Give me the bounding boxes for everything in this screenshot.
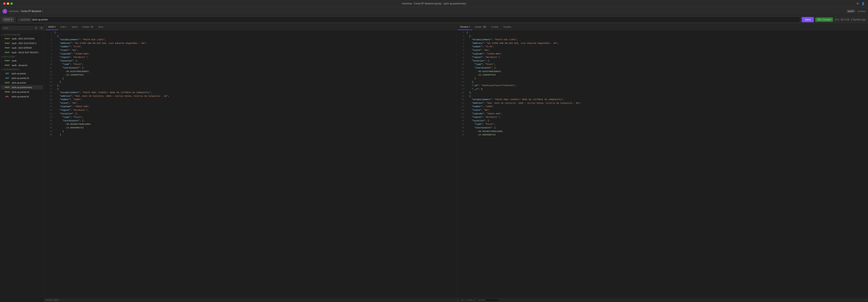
method-tag: POST [4, 59, 10, 62]
code-line: 2 {▾ [44, 35, 456, 38]
code-line: 20 "number": "1000", [44, 98, 456, 101]
request-bottom-bar: Beautify JSON [44, 298, 456, 302]
close-button[interactable] [3, 2, 6, 5]
json-dropdown-icon: ▾ [55, 26, 56, 28]
sidebar-item-auth-dev-prod[interactable]: POST /auth - dev/prod [1, 63, 43, 67]
sidebar-item-get-pick-up-points-id[interactable]: GET /pick-up-points/:id [1, 76, 43, 80]
maximize-button[interactable] [10, 2, 13, 5]
filter-sort-button[interactable]: ⇅ [34, 26, 38, 30]
tab-label: Header [83, 26, 90, 28]
response-time: 14 s [835, 18, 839, 21]
code-line: 12 -45.81637906268037, [44, 70, 456, 73]
window-controls [3, 2, 13, 5]
url-base-tag: _.basePath [18, 18, 31, 22]
minimize-button[interactable] [7, 2, 9, 5]
code-line: 22 "number": "1000", [456, 105, 868, 109]
code-line: 1 [▾ [44, 31, 456, 35]
tab-label: Auth [60, 26, 65, 28]
sidebar-filter: ⇅ ⚙ [0, 24, 44, 32]
code-line: 18 "establishment": "POSTO ANEL VIÁRIO\/… [44, 91, 456, 94]
response-meta: 14 s 60.2 KB [835, 18, 849, 21]
sidebar-group-pickuppoints[interactable]: ▸ PickupPoints [0, 68, 44, 71]
code-line: 10 "type": "Point", [456, 63, 868, 66]
tab-json[interactable]: JSON ▾ [45, 24, 58, 30]
sidebar-item-get-pick-up-points[interactable]: GET /pick-up-points [1, 71, 43, 76]
tab-header[interactable]: Header 2 [80, 24, 96, 30]
group-label: PickupPoints [4, 68, 20, 71]
sidebar-item-delete-pick-up-points-id[interactable]: DEL /pick-up-points/:id [1, 94, 43, 99]
filter-input[interactable] [2, 26, 33, 30]
code-line: 26 "coordinates": [▾ [44, 119, 456, 123]
status-badge: 201 Created [815, 18, 833, 22]
code-line: 12 -45.81637906268037, [456, 70, 868, 73]
code-line: 28 "coordinates": [▾ [456, 126, 868, 130]
method-tag: POST [4, 42, 10, 44]
sidebar-item-label: /auth - EDU SUCCESS [12, 37, 35, 40]
sidebar-item-label: /pick-up-points/:id [11, 77, 29, 79]
sidebar-item-auth-edu-success-2[interactable]: POST /auth - EDU SUCCESS 2 [1, 41, 43, 46]
user-icon[interactable]: 👤 [861, 2, 865, 5]
tab-cookie[interactable]: Cookie [489, 24, 501, 30]
code-line: 4 "address": "km 47850 000 BR-020 020, L… [456, 42, 868, 45]
code-line: 21 "state": "BA", [44, 101, 456, 105]
env-label: prod [848, 10, 852, 12]
send-button[interactable]: Send [802, 17, 814, 22]
sidebar-item-label: /pick-up-points [12, 82, 26, 84]
sidebar-item-label: /pick-up-points/:id [12, 91, 29, 93]
code-line: 25 "type": "Point", [44, 116, 456, 119]
env-dropdown-icon: ▾ [853, 10, 854, 12]
jsonpath-filter[interactable] [458, 299, 498, 301]
code-line: 30 } [44, 133, 456, 137]
request-body-editor[interactable]: 1 [▾ 2 {▾ 3 "establishment": "POSTO 020 … [44, 30, 456, 298]
sidebar-item-auth-edu-error[interactable]: POST /auth - EDU ERROR [1, 46, 43, 50]
code-line: 29 ] [44, 130, 456, 133]
method-tag: GET [4, 77, 10, 79]
beautify-json-label[interactable]: Beautify JSON [45, 299, 59, 301]
code-line: 19 {▾ [456, 94, 868, 98]
url-path[interactable]: /pick-up-points [32, 18, 48, 21]
code-line: 5 "number": "S\/N", [44, 45, 456, 49]
sidebar-item-auth[interactable]: POST /auth [1, 58, 43, 63]
tab-label: Timeline [503, 26, 511, 28]
sidebar-item-post-pick-up-points[interactable]: POST /pick-up-points [1, 81, 43, 85]
request-tabs: JSON ▾ Auth ▾ Query Header 2 Docs [44, 24, 456, 30]
app-name: Insomnia [9, 10, 19, 12]
settings-icon[interactable]: ⚙ [857, 2, 859, 5]
sidebar-item-auth-face-not-register[interactable]: POST /auth - FACE NOT REGISTER... [1, 50, 43, 55]
tab-label: JSON [48, 26, 54, 28]
tab-docs[interactable]: Docs [96, 24, 106, 30]
sidebar-item-label: /auth - dev/prod [12, 64, 27, 66]
tab-resp-header[interactable]: Header 12 [472, 24, 489, 30]
workspace-name[interactable]: Conta PF Backend [21, 10, 41, 12]
environment-selector[interactable]: prod ▾ [846, 9, 855, 13]
sidebar-item-auth-edu-success[interactable]: POST /auth - EDU SUCCESS [1, 36, 43, 41]
tab-query[interactable]: Query [69, 24, 80, 30]
group-icon: ▸ [2, 68, 3, 71]
code-line: 24 "location": {▾ [44, 112, 456, 116]
code-line: 13 -12.1393397523 [44, 73, 456, 77]
workspace-dropdown-icon[interactable]: ▾ [42, 10, 43, 12]
method-tag: PTCH [4, 91, 10, 93]
group-label: Keycloak [4, 56, 15, 58]
tab-auth[interactable]: Auth ▾ [58, 24, 69, 30]
sidebar-item-post-pick-up-points-many[interactable]: POST /pick-up-points/many [1, 85, 43, 90]
code-line: 5 "number": "S\/N", [456, 45, 868, 49]
sidebar-group-keycloak[interactable]: ▸ Keycloak [0, 55, 44, 58]
sidebar-item-label: /pick-up-points/many [12, 86, 32, 89]
info-icon[interactable]: ℹ [866, 299, 866, 301]
tab-timeline[interactable]: Timeline [501, 24, 514, 30]
panels: JSON ▾ Auth ▾ Query Header 2 Docs [44, 24, 868, 302]
sidebar: ⇅ ⚙ ▸ Autenticacao POST /auth - EDU SUCC… [0, 24, 44, 302]
code-line: 3 "establishment": "POSTO 020 (LEM)", [456, 38, 868, 42]
method-selector[interactable]: POST ▾ [2, 17, 14, 22]
code-line: 19 "address": "Rod. Anel do Contorno, 10… [44, 94, 456, 98]
header-badge: 2 [91, 26, 93, 28]
code-line: 3 "establishment": "POSTO 020 (LEM)", [44, 38, 456, 42]
resp-header-badge: 12 [483, 26, 487, 28]
tab-preview[interactable]: Preview ▾ [458, 24, 472, 30]
url-bar[interactable]: _.basePath /pick-up-points [16, 17, 800, 23]
filter-settings-button[interactable]: ⚙ [39, 26, 44, 30]
cookies-button[interactable]: Cookies [858, 10, 866, 12]
sidebar-item-patch-pick-up-points-id[interactable]: PTCH /pick-up-points/:id [1, 90, 43, 94]
sidebar-group-autenticacao[interactable]: ▸ Autenticacao [0, 33, 44, 36]
